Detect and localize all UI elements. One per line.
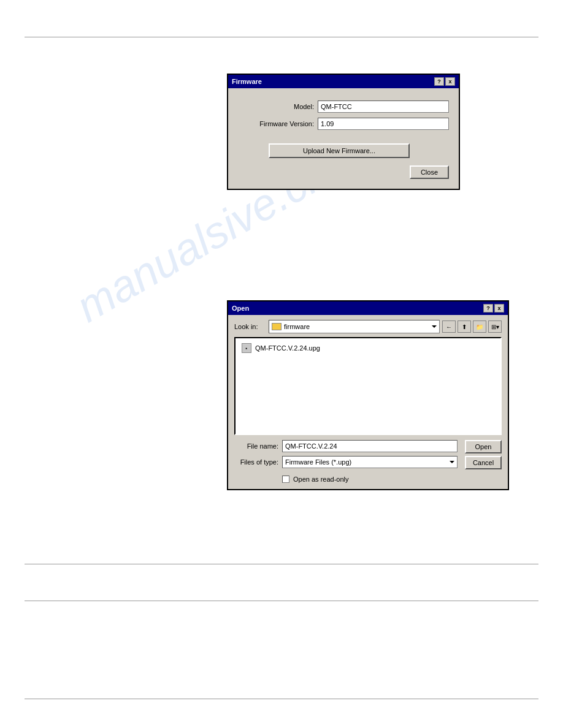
- file-name-label: File name:: [234, 442, 278, 450]
- open-close-x-button[interactable]: x: [494, 304, 504, 313]
- file-listing-area: ▪ QM-FTCC.V.2.24.upg: [234, 337, 502, 435]
- firmware-dialog-titlebar: Firmware ? x: [228, 75, 459, 88]
- cancel-button[interactable]: Cancel: [465, 456, 502, 469]
- file-name-row: File name:: [234, 440, 458, 452]
- firmware-close-button[interactable]: Close: [410, 165, 449, 179]
- read-only-checkbox[interactable]: [282, 476, 289, 483]
- up-one-level-button[interactable]: ⬆: [458, 320, 471, 333]
- open-file-dialog: Open ? x Look in: firmware ← ⬆ 📁 ⊞▾: [227, 300, 509, 490]
- model-input[interactable]: [318, 100, 449, 113]
- create-folder-button[interactable]: 📁: [473, 320, 486, 333]
- read-only-label: Open as read-only: [293, 476, 349, 483]
- footer-divider: [25, 699, 538, 699]
- file-name-input[interactable]: [282, 440, 458, 452]
- firmware-version-input[interactable]: [318, 118, 449, 130]
- files-of-type-dropdown[interactable]: Firmware Files (*.upg): [282, 456, 458, 468]
- navigate-back-button[interactable]: ←: [442, 320, 456, 333]
- read-only-row: Open as read-only: [282, 476, 502, 483]
- open-dialog-content: Look in: firmware ← ⬆ 📁 ⊞▾ ▪ QM-FTCC.V.2…: [228, 315, 508, 489]
- file-item-name: QM-FTCC.V.2.24.upg: [255, 344, 320, 352]
- look-in-row: Look in: firmware ← ⬆ 📁 ⊞▾: [234, 320, 502, 333]
- model-row: Model:: [238, 100, 449, 113]
- open-cancel-buttons: Open Cancel: [465, 440, 502, 469]
- files-of-type-label: Files of type:: [234, 458, 278, 466]
- bottom-divider-1: [25, 564, 538, 564]
- firmware-help-button[interactable]: ?: [434, 77, 444, 86]
- bottom-divider-2: [25, 601, 538, 601]
- firmware-dialog-controls: ? x: [434, 77, 455, 86]
- firmware-version-label: Firmware Version:: [238, 120, 318, 127]
- list-item[interactable]: ▪ QM-FTCC.V.2.24.upg: [239, 342, 497, 354]
- look-in-value: firmware: [272, 323, 310, 330]
- open-dialog-controls: ? x: [483, 304, 504, 313]
- model-label: Model:: [238, 103, 318, 110]
- files-of-type-row: Files of type: Firmware Files (*.upg): [234, 456, 458, 468]
- toolbar-icons: ← ⬆ 📁 ⊞▾: [442, 320, 502, 333]
- top-divider: [25, 37, 538, 37]
- folder-icon: [272, 323, 282, 330]
- open-button[interactable]: Open: [465, 440, 502, 453]
- firmware-dialog-content: Model: Firmware Version: Upload New Firm…: [228, 88, 459, 189]
- look-in-dropdown[interactable]: firmware: [269, 320, 440, 333]
- firmware-close-x-button[interactable]: x: [445, 77, 455, 86]
- view-menu-button[interactable]: ⊞▾: [488, 320, 502, 333]
- open-dialog-titlebar: Open ? x: [228, 301, 508, 315]
- file-icon: ▪: [242, 343, 251, 353]
- firmware-close-row: Close: [238, 165, 449, 179]
- open-help-button[interactable]: ?: [483, 304, 493, 313]
- files-of-type-arrow: [450, 461, 454, 466]
- look-in-dropdown-arrow: [432, 325, 437, 330]
- firmware-dialog: Firmware ? x Model: Firmware Version: Up…: [227, 74, 460, 190]
- firmware-version-row: Firmware Version:: [238, 118, 449, 130]
- look-in-label: Look in:: [234, 323, 266, 330]
- upload-new-firmware-button[interactable]: Upload New Firmware...: [269, 143, 410, 158]
- firmware-dialog-title: Firmware: [232, 78, 262, 85]
- open-dialog-title: Open: [232, 305, 249, 312]
